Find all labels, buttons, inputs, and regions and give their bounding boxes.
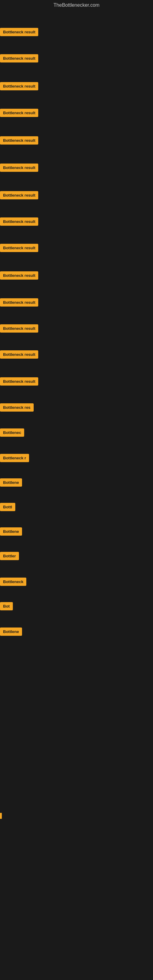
bottleneck-badge-7: Bottleneck result xyxy=(0,191,38,199)
bottleneck-item-8[interactable]: Bottleneck result xyxy=(0,218,38,227)
bottleneck-badge-17: Bottleneck r xyxy=(0,454,29,462)
bottleneck-item-16[interactable]: Bottlenec xyxy=(0,428,24,438)
bottleneck-badge-11: Bottleneck result xyxy=(0,298,38,307)
bottleneck-item-24[interactable]: Bottlene xyxy=(0,627,22,637)
bottleneck-badge-3: Bottleneck result xyxy=(0,82,38,90)
bottleneck-item-3[interactable]: Bottleneck result xyxy=(0,82,38,92)
bottleneck-item-1[interactable]: Bottleneck result xyxy=(0,28,38,37)
bottleneck-badge-20: Bottlene xyxy=(0,527,22,536)
bottleneck-badge-6: Bottleneck result xyxy=(0,164,38,172)
bottleneck-badge-9: Bottleneck result xyxy=(0,244,38,252)
bottleneck-item-5[interactable]: Bottleneck result xyxy=(0,136,38,146)
bottleneck-item-19[interactable]: Bottl xyxy=(0,503,15,512)
bottleneck-item-17[interactable]: Bottleneck r xyxy=(0,454,29,463)
site-title: TheBottlenecker.com xyxy=(0,0,153,10)
bottleneck-item-13[interactable]: Bottleneck result xyxy=(0,350,38,360)
bottleneck-badge-12: Bottleneck result xyxy=(0,324,38,332)
bottleneck-item-20[interactable]: Bottlene xyxy=(0,527,22,537)
bottleneck-item-9[interactable]: Bottleneck result xyxy=(0,244,38,253)
bottleneck-item-15[interactable]: Bottleneck res xyxy=(0,403,33,413)
bottleneck-item-10[interactable]: Bottleneck result xyxy=(0,271,38,281)
bottleneck-badge-15: Bottleneck res xyxy=(0,403,33,412)
bottleneck-badge-14: Bottleneck result xyxy=(0,377,38,385)
bottleneck-badge-4: Bottleneck result xyxy=(0,109,38,117)
bottleneck-badge-19: Bottl xyxy=(0,503,15,511)
bottleneck-badge-18: Bottlene xyxy=(0,478,22,487)
bottleneck-item-18[interactable]: Bottlene xyxy=(0,478,22,488)
bottleneck-item-2[interactable]: Bottleneck result xyxy=(0,54,38,64)
bottleneck-item-11[interactable]: Bottleneck result xyxy=(0,298,38,308)
small-indicator xyxy=(0,813,2,819)
bottleneck-item-7[interactable]: Bottleneck result xyxy=(0,191,38,200)
bottleneck-item-22[interactable]: Bottleneck xyxy=(0,578,26,587)
bottleneck-badge-10: Bottleneck result xyxy=(0,271,38,280)
bottleneck-badge-21: Bottler xyxy=(0,552,19,560)
bottleneck-item-6[interactable]: Bottleneck result xyxy=(0,164,38,173)
bottleneck-item-12[interactable]: Bottleneck result xyxy=(0,324,38,334)
bottleneck-item-14[interactable]: Bottleneck result xyxy=(0,377,38,387)
bottleneck-badge-5: Bottleneck result xyxy=(0,136,38,145)
bottleneck-item-21[interactable]: Bottler xyxy=(0,552,19,562)
bottleneck-badge-16: Bottlenec xyxy=(0,428,24,437)
bottleneck-badge-2: Bottleneck result xyxy=(0,54,38,62)
bottleneck-badge-8: Bottleneck result xyxy=(0,218,38,226)
bottleneck-item-4[interactable]: Bottleneck result xyxy=(0,109,38,118)
bottleneck-badge-22: Bottleneck xyxy=(0,578,26,586)
bottleneck-badge-13: Bottleneck result xyxy=(0,350,38,359)
bottleneck-item-23[interactable]: Bot xyxy=(0,602,13,612)
bottleneck-badge-1: Bottleneck result xyxy=(0,28,38,36)
bottleneck-badge-23: Bot xyxy=(0,602,13,610)
bottleneck-badge-24: Bottlene xyxy=(0,627,22,636)
